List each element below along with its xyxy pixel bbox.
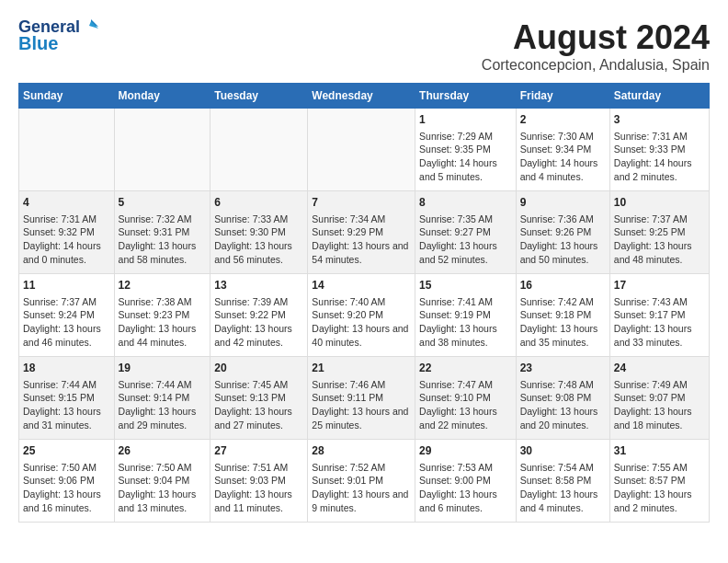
day-info: Sunrise: 7:34 AM xyxy=(312,213,411,226)
calendar-cell: 2Sunrise: 7:30 AMSunset: 9:34 PMDaylight… xyxy=(516,109,609,191)
calendar-cell: 6Sunrise: 7:33 AMSunset: 9:30 PMDaylight… xyxy=(210,191,308,274)
day-number: 27 xyxy=(214,443,303,459)
calendar-cell: 16Sunrise: 7:42 AMSunset: 9:18 PMDayligh… xyxy=(516,274,609,357)
week-row-1: 1Sunrise: 7:29 AMSunset: 9:35 PMDaylight… xyxy=(19,109,710,191)
day-info: Daylight: 13 hours and 16 minutes. xyxy=(23,488,110,514)
day-info: Sunrise: 7:37 AM xyxy=(614,213,705,226)
day-info: Sunrise: 7:33 AM xyxy=(214,213,303,226)
day-info: Sunrise: 7:38 AM xyxy=(119,295,207,309)
calendar-cell xyxy=(19,109,115,191)
calendar-cell xyxy=(114,109,210,191)
day-number: 15 xyxy=(419,278,512,293)
calendar-cell: 26Sunrise: 7:50 AMSunset: 9:04 PMDayligh… xyxy=(114,440,210,523)
day-info: Sunset: 9:08 PM xyxy=(520,391,606,405)
calendar-cell: 25Sunrise: 7:50 AMSunset: 9:06 PMDayligh… xyxy=(19,440,115,523)
day-info: Sunrise: 7:36 AM xyxy=(520,213,606,226)
day-info: Sunset: 9:29 PM xyxy=(312,225,411,239)
calendar-cell: 31Sunrise: 7:55 AMSunset: 8:57 PMDayligh… xyxy=(609,440,709,523)
day-number: 5 xyxy=(119,195,207,211)
day-info: Sunset: 9:11 PM xyxy=(312,391,411,405)
day-info: Daylight: 13 hours and 6 minutes. xyxy=(419,488,512,514)
day-number: 14 xyxy=(312,278,411,293)
day-info: Daylight: 13 hours and 31 minutes. xyxy=(23,405,110,431)
day-info: Daylight: 14 hours and 2 minutes. xyxy=(614,156,705,183)
calendar-cell: 12Sunrise: 7:38 AMSunset: 9:23 PMDayligh… xyxy=(114,274,210,357)
logo-bird-icon xyxy=(82,17,98,34)
week-row-5: 25Sunrise: 7:50 AMSunset: 9:06 PMDayligh… xyxy=(19,440,710,523)
day-info: Daylight: 14 hours and 0 minutes. xyxy=(23,239,110,266)
day-info: Sunset: 9:24 PM xyxy=(23,308,110,322)
day-info: Sunset: 9:01 PM xyxy=(312,474,411,488)
day-number: 11 xyxy=(23,278,110,293)
day-info: Daylight: 13 hours and 38 minutes. xyxy=(419,322,512,349)
day-info: Sunrise: 7:31 AM xyxy=(23,213,110,226)
day-info: Sunset: 9:03 PM xyxy=(214,474,303,488)
day-info: Sunrise: 7:45 AM xyxy=(214,378,303,392)
calendar-cell xyxy=(308,109,415,191)
day-info: Sunset: 9:32 PM xyxy=(23,225,110,239)
day-info: Daylight: 13 hours and 13 minutes. xyxy=(119,488,207,514)
header-row: SundayMondayTuesdayWednesdayThursdayFrid… xyxy=(19,84,710,109)
day-info: Sunset: 9:20 PM xyxy=(312,308,411,322)
day-number: 22 xyxy=(419,361,512,376)
day-number: 21 xyxy=(312,361,411,376)
calendar-cell: 30Sunrise: 7:54 AMSunset: 8:58 PMDayligh… xyxy=(516,440,609,523)
day-info: Sunset: 9:14 PM xyxy=(119,391,207,405)
calendar-cell: 1Sunrise: 7:29 AMSunset: 9:35 PMDaylight… xyxy=(415,109,517,191)
calendar-header: SundayMondayTuesdayWednesdayThursdayFrid… xyxy=(19,84,710,109)
day-info: Sunrise: 7:37 AM xyxy=(23,295,110,309)
main-title: August 2024 xyxy=(482,18,710,57)
day-info: Daylight: 13 hours and 50 minutes. xyxy=(520,239,606,266)
day-number: 9 xyxy=(520,195,606,211)
day-info: Sunset: 9:00 PM xyxy=(419,474,512,488)
day-info: Daylight: 13 hours and 22 minutes. xyxy=(419,405,512,431)
day-info: Sunset: 9:22 PM xyxy=(214,308,303,322)
day-number: 29 xyxy=(419,443,512,459)
day-info: Sunset: 9:33 PM xyxy=(614,143,705,156)
day-header-tuesday: Tuesday xyxy=(210,84,308,109)
day-info: Sunrise: 7:30 AM xyxy=(520,130,606,144)
calendar-cell: 24Sunrise: 7:49 AMSunset: 9:07 PMDayligh… xyxy=(609,357,709,440)
day-number: 4 xyxy=(23,195,110,211)
day-number: 13 xyxy=(214,278,303,293)
calendar-cell: 4Sunrise: 7:31 AMSunset: 9:32 PMDaylight… xyxy=(19,191,115,274)
day-info: Sunrise: 7:52 AM xyxy=(312,461,411,475)
page-header: General Blue August 2024 Corteconcepcion… xyxy=(18,18,710,74)
day-info: Sunset: 9:19 PM xyxy=(419,308,512,322)
day-number: 26 xyxy=(119,443,207,459)
day-info: Daylight: 13 hours and 2 minutes. xyxy=(614,488,705,514)
day-number: 1 xyxy=(419,112,512,128)
calendar-cell: 22Sunrise: 7:47 AMSunset: 9:10 PMDayligh… xyxy=(415,357,517,440)
day-number: 25 xyxy=(23,443,110,459)
calendar-cell: 17Sunrise: 7:43 AMSunset: 9:17 PMDayligh… xyxy=(609,274,709,357)
day-info: Sunrise: 7:50 AM xyxy=(23,461,110,475)
day-info: Sunset: 9:25 PM xyxy=(614,225,705,239)
day-info: Daylight: 13 hours and 52 minutes. xyxy=(419,239,512,266)
day-info: Daylight: 13 hours and 29 minutes. xyxy=(119,405,207,431)
day-info: Daylight: 13 hours and 48 minutes. xyxy=(614,239,705,266)
calendar-cell: 11Sunrise: 7:37 AMSunset: 9:24 PMDayligh… xyxy=(19,274,115,357)
calendar-cell: 15Sunrise: 7:41 AMSunset: 9:19 PMDayligh… xyxy=(415,274,517,357)
day-info: Sunrise: 7:29 AM xyxy=(419,130,512,144)
day-info: Sunrise: 7:49 AM xyxy=(614,378,705,392)
day-info: Sunrise: 7:51 AM xyxy=(214,461,303,475)
day-info: Sunrise: 7:44 AM xyxy=(23,378,110,392)
day-header-sunday: Sunday xyxy=(19,84,115,109)
calendar-cell: 19Sunrise: 7:44 AMSunset: 9:14 PMDayligh… xyxy=(114,357,210,440)
day-info: Sunrise: 7:31 AM xyxy=(614,130,705,144)
day-info: Daylight: 13 hours and 40 minutes. xyxy=(312,322,411,349)
calendar-cell: 18Sunrise: 7:44 AMSunset: 9:15 PMDayligh… xyxy=(19,357,115,440)
day-number: 17 xyxy=(614,278,705,293)
day-header-thursday: Thursday xyxy=(415,84,517,109)
day-info: Daylight: 13 hours and 4 minutes. xyxy=(520,488,606,514)
title-block: August 2024 Corteconcepcion, Andalusia, … xyxy=(482,18,710,74)
day-info: Daylight: 13 hours and 54 minutes. xyxy=(312,239,411,266)
day-info: Daylight: 13 hours and 33 minutes. xyxy=(614,322,705,349)
calendar-cell xyxy=(210,109,308,191)
day-info: Daylight: 13 hours and 46 minutes. xyxy=(23,322,110,349)
day-info: Daylight: 13 hours and 20 minutes. xyxy=(520,405,606,431)
calendar-table: SundayMondayTuesdayWednesdayThursdayFrid… xyxy=(18,83,710,523)
day-number: 6 xyxy=(214,195,303,211)
day-number: 18 xyxy=(23,361,110,376)
day-info: Daylight: 13 hours and 9 minutes. xyxy=(312,488,411,514)
